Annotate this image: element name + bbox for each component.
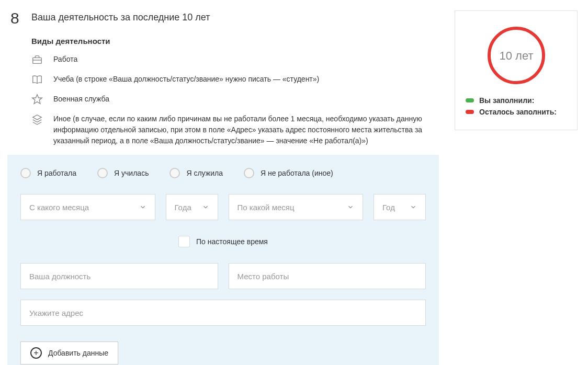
workplace-placeholder: Место работы — [238, 272, 289, 281]
to-year-placeholder: Год — [382, 203, 395, 212]
radio-icon — [244, 168, 254, 178]
from-month-placeholder: С какого месяца — [29, 203, 89, 212]
progress-sidebar: 10 лет Вы заполнили: Осталось заполнить: — [455, 10, 578, 130]
activity-other-label: Иное (в случае, если по каким либо причи… — [53, 113, 439, 146]
from-year-placeholder: Года — [175, 203, 191, 212]
present-checkbox-label: По настоящее время — [196, 237, 268, 246]
activity-types-list: Работа Учеба (в строке «Ваша должность/с… — [31, 54, 439, 146]
legend-swatch-green — [466, 98, 474, 102]
from-month-select[interactable]: С какого месяца — [20, 194, 155, 220]
radio-notworked[interactable]: Я не работала (иное) — [244, 168, 333, 178]
legend-filled-label: Вы заполнили: — [479, 96, 534, 105]
to-month-select[interactable]: По какой месяц — [229, 194, 364, 220]
activity-military-label: Военная служба — [53, 94, 439, 105]
activity-work-label: Работа — [53, 54, 439, 65]
section-number: 8 — [10, 10, 21, 26]
radio-notworked-label: Я не работала (иное) — [261, 169, 333, 177]
radio-served[interactable]: Я служила — [169, 168, 222, 178]
radio-worked-label: Я работала — [37, 169, 76, 177]
activity-study-label: Учеба (в строке «Ваша должность/статус/з… — [53, 74, 439, 85]
present-checkbox[interactable] — [178, 236, 190, 247]
to-month-placeholder: По какой месяц — [238, 203, 295, 212]
add-data-button[interactable]: + Добавить данные — [20, 341, 118, 364]
activity-form-panel: Я работала Я училась Я служила Я не рабо… — [7, 155, 439, 365]
progress-circle-label: 10 лет — [499, 49, 533, 62]
radio-icon — [20, 168, 31, 178]
legend-remaining-label: Осталось заполнить: — [479, 108, 557, 116]
from-year-select[interactable]: Года — [166, 194, 218, 220]
book-icon — [31, 74, 43, 85]
position-placeholder: Ваша должность — [29, 272, 91, 281]
progress-circle: 10 лет — [466, 24, 567, 87]
chevron-down-icon — [347, 203, 354, 211]
position-input[interactable]: Ваша должность — [20, 263, 218, 289]
add-button-label: Добавить данные — [48, 349, 108, 357]
address-input[interactable]: Укажите адрес — [20, 300, 426, 326]
activities-heading: Виды деятельности — [31, 37, 439, 45]
chevron-down-icon — [139, 203, 146, 211]
svg-rect-0 — [33, 58, 42, 63]
star-icon — [31, 94, 43, 105]
plus-icon: + — [30, 347, 42, 359]
svg-marker-4 — [33, 115, 42, 120]
workplace-input[interactable]: Место работы — [229, 263, 426, 289]
radio-studied[interactable]: Я училась — [97, 168, 149, 178]
radio-icon — [97, 168, 108, 178]
radio-studied-label: Я училась — [114, 169, 149, 177]
briefcase-icon — [31, 54, 43, 65]
chevron-down-icon — [410, 203, 417, 211]
radio-served-label: Я служила — [186, 169, 222, 177]
legend-swatch-red — [466, 110, 474, 114]
radio-icon — [169, 168, 180, 178]
layers-icon — [31, 113, 43, 125]
radio-worked[interactable]: Я работала — [20, 168, 76, 178]
section-title: Ваша деятельность за последние 10 лет — [31, 10, 210, 23]
address-placeholder: Укажите адрес — [29, 309, 83, 317]
to-year-select[interactable]: Год — [374, 194, 426, 220]
chevron-down-icon — [202, 203, 209, 211]
svg-marker-3 — [32, 95, 42, 104]
